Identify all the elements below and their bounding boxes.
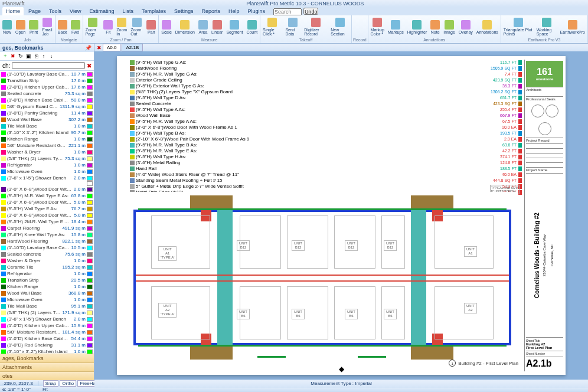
- list-item[interactable]: Sealed concrete75.6 sq m: [0, 251, 94, 257]
- list-item[interactable]: (3'-0" X 6'-8")Wood Door With Wo...5.0 m: [0, 199, 94, 205]
- ribbon-highlighter-button[interactable]: Highlighter: [406, 19, 428, 35]
- list-item[interactable]: (1'-0"D) Pantry Shelving11.4 m: [0, 110, 94, 116]
- canvas[interactable]: 36.00 x 24.00 (9'-5"H) Wall Type G As:Ha…: [94, 51, 588, 380]
- ribbon-new-section-button[interactable]: New Section: [329, 17, 350, 37]
- list-item[interactable]: (3'-6" x 1'-5") Shower Bench2.0 m: [0, 175, 94, 181]
- undo-button[interactable]: Undo: [303, 8, 319, 15]
- list-item[interactable]: HardWood Flooring822.1 sq m: [0, 238, 94, 244]
- list-item[interactable]: (1'-0"D) Kitchen Base Cabinet &...50.0 m: [0, 97, 94, 103]
- ribbon-single-click--button[interactable]: Single Click *: [262, 17, 283, 37]
- ribbon-print-button[interactable]: Print: [28, 19, 40, 35]
- side-tab-attachments[interactable]: Attachments: [0, 362, 94, 371]
- ribbon-pan-button[interactable]: Pan: [145, 19, 157, 35]
- ribbon-tab-settings[interactable]: Settings: [171, 7, 197, 15]
- side-tab-otes[interactable]: otes: [0, 371, 94, 380]
- ribbon-tab-lists[interactable]: Lists: [119, 7, 137, 15]
- ribbon-area-button[interactable]: Area: [197, 19, 209, 35]
- list-item[interactable]: Wood Wall Base307.2 m: [0, 116, 94, 123]
- ribbon-segment-button[interactable]: Segment: [225, 19, 244, 35]
- ribbon-email-job-button[interactable]: Email Job: [41, 17, 54, 37]
- list-item[interactable]: (3'-6"H) Knee Wall Type As:15.8 m: [0, 231, 94, 238]
- list-item[interactable]: Refrigerator1.0 m: [0, 162, 94, 168]
- ribbon-tab-home[interactable]: Home: [2, 7, 24, 15]
- ribbon-fwd-button[interactable]: Fwd: [70, 19, 81, 35]
- list-item[interactable]: Ceramic Tile195.2 sq m: [0, 264, 94, 270]
- list-item[interactable]: Tile Wall Base1.0 m: [0, 123, 94, 129]
- list-item[interactable]: (1'-10"D) Lavatory Base Cabinet ...10.5 …: [0, 244, 94, 251]
- up-icon[interactable]: ↑: [41, 53, 47, 59]
- ribbon-back-button[interactable]: Back: [57, 19, 68, 35]
- list-item[interactable]: Carpet Flooring491.9 sq m: [0, 225, 94, 231]
- clear-icon[interactable]: ✖: [87, 63, 92, 69]
- delete-icon[interactable]: ✖: [10, 53, 16, 59]
- ribbon-tab-reports[interactable]: Reports: [198, 7, 224, 15]
- ribbon-tab-help[interactable]: Help: [225, 7, 243, 15]
- list-item[interactable]: Wood Wall Base368.8 m: [0, 290, 94, 296]
- list-item[interactable]: Transition Strip20.5 m: [0, 277, 94, 283]
- expand-icon[interactable]: ▣: [25, 53, 31, 59]
- ribbon-new-button[interactable]: New: [1, 19, 13, 35]
- sidebar-list[interactable]: (1'-10"D) Lavatory Base Cabinet ...10.7 …: [0, 71, 94, 354]
- ribbon-tab-templates[interactable]: Templates: [138, 7, 169, 15]
- list-item[interactable]: (3'-0" X 6'-8")Wood Door With Wo...5.0 i…: [0, 212, 94, 218]
- ribbon-dimension-button[interactable]: Dimension: [174, 19, 196, 35]
- list-item[interactable]: Refrigerator1.0 m: [0, 270, 94, 277]
- list-item[interactable]: (1'-0"D) Kitchen Upper Cabinet15.9 m: [0, 322, 94, 329]
- pin-icon[interactable]: 📌: [85, 45, 92, 51]
- ribbon-note-button[interactable]: Note: [429, 19, 441, 35]
- list-item[interactable]: Kitchen Range1.0 m: [0, 136, 94, 142]
- list-item[interactable]: (3'-0" X 6'-8")Wood Door With Wo...2.0 m: [0, 186, 94, 192]
- ribbon-overlay-button[interactable]: Overlay: [458, 19, 474, 35]
- ribbon-open-button[interactable]: Open: [14, 19, 27, 35]
- snap-snap-button[interactable]: Snap: [43, 380, 59, 387]
- ribbon-search-input[interactable]: [273, 8, 302, 15]
- ribbon-earthworkpro-button[interactable]: EarthworkPro: [559, 19, 586, 35]
- ribbon-image-button[interactable]: Image: [442, 19, 456, 35]
- list-item[interactable]: Tile Wall Base95.1 m: [0, 303, 94, 309]
- list-item[interactable]: Microwave Oven1.0 m: [0, 296, 94, 303]
- list-item[interactable]: Washer & Dryer1.0 m: [0, 257, 94, 264]
- ribbon-working-space-button[interactable]: Working Space: [535, 17, 558, 37]
- ribbon-fit-button[interactable]: Fit: [102, 19, 114, 35]
- ribbon-digitizer-record-button[interactable]: Digitizer Record: [303, 17, 328, 37]
- tab-close-icon[interactable]: ✖: [97, 45, 102, 51]
- down-icon[interactable]: ↓: [48, 53, 54, 59]
- copy-icon[interactable]: ⎘: [33, 53, 39, 59]
- list-item[interactable]: (9'-5"H) M.R. Wall Type E As:63.8 m: [0, 192, 94, 199]
- list-item[interactable]: Kitchen Range1.0 m: [0, 283, 94, 290]
- list-item[interactable]: (9'-5"H) Wall Type E As:76.7 m: [0, 205, 94, 212]
- ribbon-send-data-button[interactable]: Send Data: [284, 17, 302, 37]
- page-tab-A2.1B[interactable]: A2.1B: [122, 44, 143, 51]
- page-tab-A0.0[interactable]: A0.0: [103, 44, 120, 51]
- list-item[interactable]: (3'-10" x 3'-2") Kitchen Island1.0 m: [0, 348, 94, 354]
- list-item[interactable]: Transition Strip17.6 m: [0, 77, 94, 84]
- ribbon-linear-button[interactable]: Linear: [210, 19, 224, 35]
- sidebar-search-input[interactable]: [12, 62, 85, 69]
- refresh-icon[interactable]: ↻: [18, 53, 24, 59]
- ribbon-count-button[interactable]: Count: [245, 19, 259, 35]
- ribbon-tab-page[interactable]: Page: [25, 7, 44, 15]
- list-item[interactable]: (3'-0"D) Kitchen Upper Cabinet17.6 m: [0, 84, 94, 90]
- ribbon-zoom-out-button[interactable]: Zoom Out: [129, 17, 144, 37]
- ribbon-annotations-button[interactable]: Annotations: [475, 19, 499, 35]
- ribbon-markup-color--button[interactable]: Markup Color *: [370, 17, 386, 37]
- list-item[interactable]: Washer & Dryer1.0 m: [0, 149, 94, 155]
- ribbon-tab-plugins[interactable]: Plugins: [244, 7, 269, 15]
- ribbon-tab-estimating[interactable]: Estimating: [86, 7, 117, 15]
- list-item[interactable]: Sealed concrete75.3 sq m: [0, 90, 94, 97]
- list-item[interactable]: (1'-0"D) Rod Shelving31.1 m: [0, 342, 94, 348]
- list-item[interactable]: 5/8" Gypsum Board Ceiling1311.9 sq m: [0, 103, 94, 110]
- snap-ortho-button[interactable]: Ortho: [60, 380, 76, 387]
- list-item[interactable]: (1'-10"D) Lavatory Base Cabinet ...10.7 …: [0, 71, 94, 77]
- list-item[interactable]: (3'-6" x 1'-5") Shower Bench2.0 m: [0, 316, 94, 322]
- ribbon-tab-tools[interactable]: Tools: [45, 7, 65, 15]
- ribbon-scale-button[interactable]: Scale: [160, 19, 173, 35]
- list-item[interactable]: (3'-10" X 3'-2") Kitchen Island95.7 m: [0, 129, 94, 136]
- list-item[interactable]: [0, 181, 94, 186]
- list-item[interactable]: 5/8" Moisture Resistant Gyps...221.1 m: [0, 142, 94, 149]
- ribbon-tab-view[interactable]: View: [66, 7, 84, 15]
- list-item[interactable]: (9'-5"H) 2M.R. Wall Type E As:18.4 m: [0, 218, 94, 225]
- list-item[interactable]: (5/8" THK) (2) Layers Type "X"...75.3 sq…: [0, 155, 94, 162]
- add-icon[interactable]: +: [2, 53, 8, 59]
- ribbon-zoom-in-button[interactable]: Zoom In: [115, 17, 128, 37]
